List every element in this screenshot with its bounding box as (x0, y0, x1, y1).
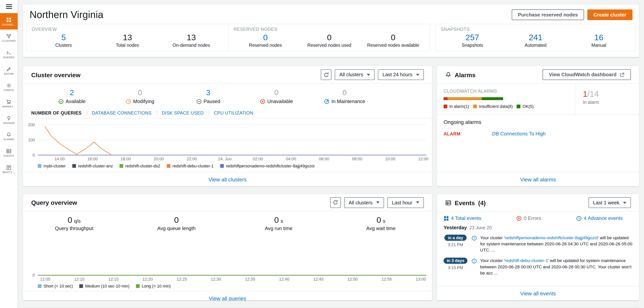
sidebar-item-whats-new[interactable]: WHAT'S ... (0, 161, 18, 177)
tab-number-of-queries[interactable]: NUMBER OF QUERIES (31, 110, 86, 115)
refresh-button[interactable] (321, 69, 332, 80)
alarm-legend: In alarm(1) Insufficient data(8) OK(5) (444, 104, 568, 109)
legend-label: Insufficient data(8) (479, 104, 513, 109)
errors-filter[interactable]: 0 Errors (516, 215, 541, 221)
sidebar-item-editor[interactable]: EDITOR (0, 62, 18, 79)
view-all-alarms-link[interactable]: View all alarms (520, 176, 556, 182)
refresh-button[interactable] (330, 197, 341, 208)
sidebar-item-dashboard[interactable]: DASHBO... (0, 13, 18, 30)
stat-value: 13 (96, 33, 159, 42)
stat-value: 13 (159, 33, 223, 42)
x-tick: 04:00 (286, 157, 296, 161)
create-cluster-button[interactable]: Create cluster (587, 9, 632, 20)
view-cloudwatch-dashboard-button[interactable]: View CloudWatch dashboard (543, 69, 631, 80)
metric-tabs: NUMBER OF QUERIES DATABASE CONNECTIONS D… (23, 108, 432, 119)
legend-swatch (80, 284, 83, 288)
events-count: (4) (478, 199, 486, 206)
stat-value: 257 (441, 33, 504, 42)
legend-item: In alarm(1) (444, 104, 469, 109)
info-icon (472, 258, 477, 264)
legend-swatch (220, 164, 224, 168)
view-all-clusters-link[interactable]: View all clusters (208, 176, 247, 182)
stat-value: 16 (567, 33, 630, 42)
view-all-events-link[interactable]: View all events (520, 290, 556, 297)
sidebar-item-alarms[interactable]: ALARMS (0, 128, 18, 145)
event-text: Your cluster 'redshiftpersonademo-redshi… (480, 235, 634, 253)
events-grid-icon (6, 148, 12, 154)
maintenance-icon (324, 99, 330, 104)
tab-database-connections[interactable]: DATABASE CONNECTIONS (86, 110, 156, 115)
legend-item: Short (< 10 sec) (38, 284, 73, 289)
terminal-icon (6, 50, 12, 55)
section-title: SNAPSHOTS (441, 27, 630, 32)
stat-value: 241 (504, 33, 567, 42)
section-title: OVERVIEW (32, 27, 223, 32)
events-time-range-select[interactable]: Last 1 week (588, 197, 631, 208)
legend-item: Medium (10 sec-10 min) (80, 284, 130, 289)
sidebar-item-label: QUERIES (3, 56, 15, 58)
error-icon (516, 215, 522, 221)
query-chart-legend: Short (< 10 sec) Medium (10 sec-10 min) … (23, 283, 432, 291)
alarm-name-link[interactable]: DB Connections To High (492, 131, 546, 137)
sidebar-item-advisor[interactable]: ADVISOR (0, 112, 18, 128)
alarm-state-badge: ALARM (444, 131, 492, 136)
time-range-select[interactable]: Last 24 hours (378, 69, 424, 80)
event-item: in a day 3:21 PM Your cluster 'redshiftp… (437, 233, 639, 256)
status-label: In Maintenance (332, 98, 365, 104)
stat-value: 0 (361, 33, 425, 42)
check-circle-icon (58, 99, 64, 104)
event-time: 3:21 PM (448, 243, 463, 247)
purchase-reserved-nodes-button[interactable]: Purchase reserved nodes (512, 9, 584, 20)
main-content: Northern Virginia Purchase reserved node… (18, 0, 644, 308)
clusters-filter-select[interactable]: All clusters (335, 69, 375, 80)
sidebar-item-queries[interactable]: QUERIES (0, 46, 18, 62)
advance-events-icon (576, 215, 582, 221)
advance-events-filter[interactable]: 4 Advance events (576, 215, 622, 221)
stat-value: 0 (376, 215, 381, 224)
cloudwatch-alarms-summary: CLOUDWATCH ALARMS In alarm(1) Insufficie… (437, 84, 639, 115)
x-tick: 12:45 (313, 277, 324, 282)
legend-swatch (517, 105, 520, 108)
y-axis-labels: 200 100 0 (26, 124, 38, 163)
tab-disk-space-used[interactable]: DISK SPACE USED (156, 110, 209, 115)
sidebar-item-events[interactable]: EVENTS (0, 145, 18, 161)
alarm-row: ALARM DB Connections To High (444, 131, 632, 137)
stat-label: On-demand nodes (159, 43, 223, 48)
cluster-link[interactable]: redshift-debu-cluster-1 (505, 258, 548, 263)
x-tick: 12:25 (177, 277, 187, 282)
ongoing-alarms: Ongoing alarms ALARM DB Connections To H… (437, 115, 639, 172)
view-all-queries-link[interactable]: View all queries (209, 295, 246, 300)
status-count: 2 (70, 89, 74, 97)
cluster-link[interactable]: redshiftpersonademo-redshiftcluster-8ajj… (505, 235, 598, 240)
menu-icon[interactable] (0, 0, 18, 13)
status-count: 0 (342, 89, 346, 97)
bell-icon (445, 72, 451, 78)
legend-label: redshiftpersonademo-redshiftcluster-8ajj… (226, 163, 314, 168)
x-tick: 06:00 (319, 157, 329, 161)
legend-swatch (167, 164, 170, 168)
total-events-filter[interactable]: 4 Total events (444, 215, 481, 221)
legend-swatch (473, 105, 477, 108)
cluster-chart: 200 100 0 (23, 119, 432, 163)
sidebar-item-marketplace[interactable]: MARKET... (0, 95, 18, 112)
event-text-part: Your cluster ' (480, 258, 505, 263)
legend-label: OK(5) (522, 104, 534, 109)
day-date: 23 June 20 (469, 225, 492, 230)
status-label: Modifying (133, 98, 154, 104)
status-modifying: 0 Modifying (106, 89, 174, 104)
x-tick: 24. Jun (218, 157, 232, 161)
x-tick: 16:00 (88, 157, 98, 161)
sidebar-item-label: CLUSTERS (2, 40, 16, 42)
cluster-overview-title: Cluster overview (31, 71, 80, 78)
clusters-filter-select[interactable]: All clusters (344, 197, 384, 208)
tab-cpu-utilization[interactable]: CPU UTILIZATION (208, 110, 258, 115)
stat-value: 0 (274, 215, 279, 224)
summary-stats-row: OVERVIEW 5Clusters 13Total nodes 13On-de… (23, 23, 639, 57)
legend-item: redshift-cluster-ds2 (120, 163, 160, 168)
legend-label: redshift-cluster-ds2 (125, 163, 160, 168)
stat-unit: s (280, 218, 283, 224)
sidebar-item-config[interactable]: CONFIG (0, 79, 18, 95)
sidebar-item-clusters[interactable]: CLUSTERS (0, 29, 18, 46)
x-tick: 10:00 (385, 157, 396, 161)
time-range-select[interactable]: Last hour (387, 197, 424, 208)
